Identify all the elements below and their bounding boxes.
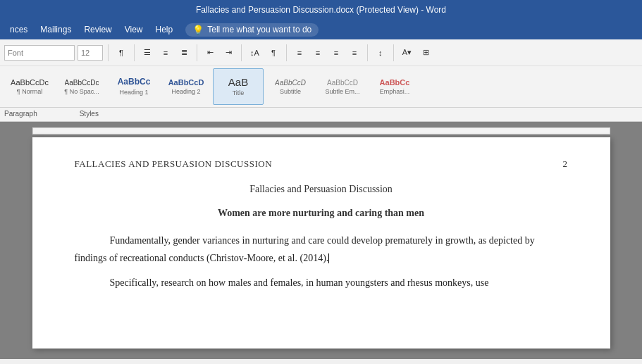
style-emphasis-preview: AaBbCc [380, 78, 410, 87]
ribbon-sep-2 [134, 44, 135, 61]
style-h1-preview: AaBbCc [118, 77, 151, 87]
line-spacing-btn[interactable]: ↕ [373, 45, 388, 61]
menu-view[interactable]: View [119, 22, 149, 37]
style-normal[interactable]: AaBbCcDc ¶ Normal [4, 68, 55, 105]
style-nospace-label: ¶ No Spac... [64, 88, 99, 95]
doc-subtitle: Women are more nurturing and caring than… [75, 208, 568, 219]
paragraph-section-label: Paragraph [4, 110, 37, 118]
ribbon-paragraph-row: ¶ ☰ ≡ ≣ ⇤ ⇥ ↕A ¶ ≡ ≡ ≡ ≡ ↕ A▾ ⊞ [0, 39, 642, 66]
doc-paragraph-2[interactable]: Specifically, research on how males and … [75, 274, 568, 291]
ribbon: ¶ ☰ ≡ ≣ ⇤ ⇥ ↕A ¶ ≡ ≡ ≡ ≡ ↕ A▾ ⊞ AaBbCcDc… [0, 39, 642, 122]
style-title-preview: AaB [228, 77, 248, 89]
align-center-btn[interactable]: ≡ [310, 45, 326, 61]
ribbon-labels-row: Paragraph Styles [0, 107, 642, 121]
menu-mailings[interactable]: Mailings [35, 22, 77, 37]
style-heading1[interactable]: AaBbCc Heading 1 [109, 68, 159, 105]
style-normal-preview: AaBbCcDc [11, 78, 49, 87]
font-name-input[interactable] [4, 45, 75, 61]
style-h2-preview: AaBbCcD [168, 78, 204, 87]
borders-btn[interactable]: ⊞ [418, 45, 433, 61]
paragraph-mark-btn[interactable]: ¶ [113, 45, 129, 61]
style-subtitle[interactable]: AaBbCcD Subtitle [265, 68, 316, 105]
title-bar-text: Fallacies and Persuasion Discussion.docx… [196, 5, 446, 15]
menu-review[interactable]: Review [78, 22, 117, 37]
doc-paragraph-1[interactable]: Fundamentally, gender variances in nurtu… [75, 232, 568, 267]
style-subtle-preview: AaBbCcD [327, 79, 358, 87]
style-emphasis-label: Emphasi... [380, 88, 410, 95]
document-page[interactable]: FALLACIES AND PERSUASION DISCUSSION 2 Fa… [32, 137, 610, 349]
style-h2-label: Heading 2 [171, 88, 200, 95]
ribbon-sep-3 [197, 44, 197, 61]
dec-indent-btn[interactable]: ⇤ [202, 45, 218, 61]
style-subtitle-label: Subtitle [280, 88, 301, 95]
multilevel-btn[interactable]: ≣ [176, 45, 192, 61]
inc-indent-btn[interactable]: ⇥ [221, 45, 236, 61]
menu-references[interactable]: nces [4, 22, 33, 37]
document-area: FALLACIES AND PERSUASION DISCUSSION 2 Fa… [0, 122, 642, 359]
menu-help[interactable]: Help [150, 22, 179, 37]
ribbon-styles-row: AaBbCcDc ¶ Normal AaBbCcDc ¶ No Spac... … [0, 66, 642, 107]
style-nospace-preview: AaBbCcDc [65, 79, 99, 87]
tell-me-text: Tell me what you want to do [207, 25, 311, 34]
lightbulb-icon: 💡 [192, 25, 204, 35]
style-no-space[interactable]: AaBbCcDc ¶ No Spac... [56, 68, 107, 105]
align-left-btn[interactable]: ≡ [292, 45, 307, 61]
style-title-label: Title [233, 89, 245, 96]
ribbon-sep-1 [108, 44, 109, 61]
doc-header-left: FALLACIES AND PERSUASION DISCUSSION [75, 158, 273, 170]
title-bar: Fallacies and Persuasion Discussion.docx… [0, 0, 642, 20]
page-ruler [32, 127, 610, 134]
bullets-btn[interactable]: ☰ [140, 45, 155, 61]
doc-header-right: 2 [563, 158, 568, 170]
align-right-btn[interactable]: ≡ [328, 45, 344, 61]
style-h1-label: Heading 1 [119, 89, 148, 96]
menu-bar: nces Mailings Review View Help 💡 Tell me… [0, 20, 642, 39]
style-emphasis[interactable]: AaBbCc Emphasi... [369, 68, 420, 105]
style-subtle-label: Subtle Em... [325, 88, 359, 95]
styles-section-label: Styles [80, 110, 99, 118]
doc-title: Fallacies and Persuasion Discussion [75, 184, 568, 195]
numbering-btn[interactable]: ≡ [158, 45, 173, 61]
font-size-input[interactable] [78, 45, 103, 61]
ribbon-sep-6 [367, 44, 368, 61]
style-normal-label: ¶ Normal [17, 88, 42, 95]
style-subtitle-preview: AaBbCcD [275, 79, 306, 87]
ribbon-sep-5 [286, 44, 287, 61]
shading-btn[interactable]: A▾ [399, 45, 415, 61]
doc-header-line: FALLACIES AND PERSUASION DISCUSSION 2 [75, 158, 568, 170]
ribbon-sep-4 [241, 44, 242, 61]
sort-btn[interactable]: ↕A [247, 45, 263, 61]
show-marks-btn[interactable]: ¶ [266, 45, 281, 61]
style-title[interactable]: AaB Title [213, 68, 264, 105]
style-heading2[interactable]: AaBbCcD Heading 2 [161, 68, 211, 105]
justify-btn[interactable]: ≡ [347, 45, 362, 61]
text-cursor [328, 253, 329, 263]
style-subtle-em[interactable]: AaBbCcD Subtle Em... [317, 68, 368, 105]
tell-me-box[interactable]: 💡 Tell me what you want to do [185, 23, 319, 37]
ribbon-sep-7 [393, 44, 394, 61]
